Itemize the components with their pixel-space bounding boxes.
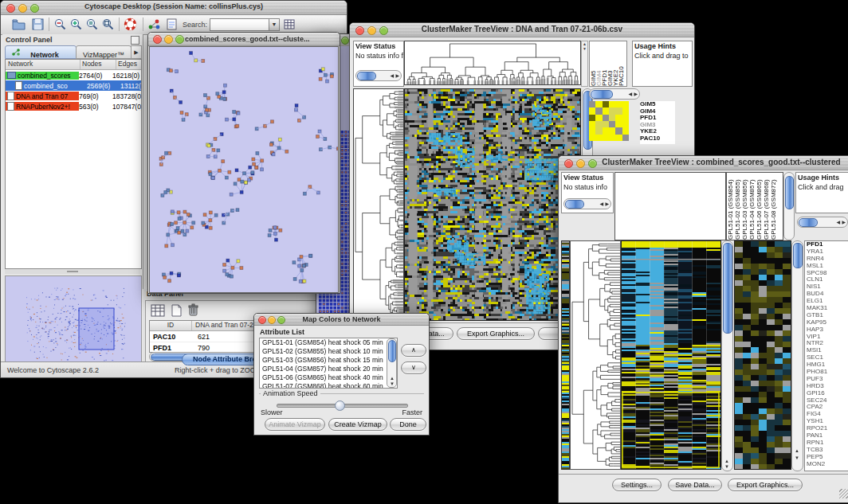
rotated-column-label[interactable]: GPL51-03 (GSM856) — [741, 173, 748, 240]
matrix-cell — [589, 107, 595, 114]
tab-network[interactable]: Network — [5, 45, 77, 59]
tv2-heatmap-canvas[interactable] — [621, 240, 721, 470]
main-titlebar[interactable]: Cytoscape Desktop (Session Name: collins… — [1, 1, 347, 15]
matrix-cell — [609, 115, 615, 121]
tv1-detail-hscrollbar[interactable]: ◀▶ — [589, 88, 640, 100]
move-up-button[interactable]: ∧ — [401, 344, 426, 357]
rotated-column-label[interactable]: GPL51-01 (GSM854) — [727, 173, 734, 240]
status-welcome: Welcome to Cytoscape 2.6.2 — [7, 366, 99, 374]
tv2-detail-heatmap-canvas[interactable] — [734, 240, 791, 470]
tv2-detail-vscrollbar[interactable]: ▲▼ — [791, 240, 803, 471]
animate-vizmap-button[interactable]: Animate Vizmap — [265, 418, 325, 431]
rotated-column-label[interactable]: GPL51-04 (GSM857) — [748, 173, 756, 240]
col-header-network[interactable]: Network — [6, 60, 80, 69]
attribute-item[interactable]: GPL51-01 (GSM854) heat shock 05 min — [260, 338, 397, 347]
close-button[interactable] — [564, 159, 573, 168]
attribute-item[interactable]: GPL51-03 (GSM856) heat shock 15 min — [260, 356, 397, 365]
slider-thumb[interactable] — [335, 400, 345, 411]
tv1-export-graphics-button[interactable]: Export Graphics... — [457, 327, 535, 340]
attribute-list-vscrollbar[interactable]: ▲▼ — [387, 338, 397, 388]
panel-splitter[interactable] — [5, 269, 140, 274]
zoom-out-icon[interactable] — [53, 18, 67, 31]
create-vizmap-button[interactable]: Create Vizmap — [328, 418, 387, 431]
help-lifesaver-icon[interactable] — [124, 18, 137, 31]
rotated-column-label[interactable]: PFD1 — [601, 41, 607, 86]
matrix-cell — [622, 135, 629, 141]
tv2-usage-hscrollbar[interactable]: ◀▶ — [797, 217, 848, 228]
search-input[interactable] — [210, 18, 270, 31]
network-view-canvas[interactable] — [149, 46, 339, 293]
attribute-item[interactable]: GPL51-07 (GSM868) heat shock 60 min — [260, 382, 397, 389]
select-attributes-icon[interactable] — [151, 304, 165, 317]
minimize-button[interactable] — [576, 159, 585, 168]
zoom-selected-icon[interactable] — [85, 18, 99, 31]
rotated-column-label[interactable]: GIM5 — [590, 41, 595, 86]
save-session-icon[interactable] — [31, 18, 45, 31]
delete-attribute-trash-icon[interactable] — [187, 303, 199, 317]
vizmapper-nodes-icon[interactable] — [147, 18, 161, 31]
done-button[interactable]: Done — [390, 418, 426, 431]
rotated-column-label[interactable]: GPL51-02 (GSM855) — [734, 173, 741, 240]
rotated-column-label[interactable]: GPL51-06 (GSM865) — [756, 173, 763, 240]
new-attribute-icon[interactable] — [170, 304, 183, 317]
tv2-save-data-button[interactable]: Save Data... — [668, 479, 722, 491]
view-status-hscrollbar[interactable]: ◀▶ — [355, 70, 402, 81]
network-row[interactable]: combined_scores2764(0)16218(0) — [6, 70, 141, 80]
float-panel-icon[interactable] — [131, 36, 139, 45]
network-row[interactable]: DNA and Tran 07769(0)183728(0) — [6, 91, 141, 101]
tv2-column-tree-area[interactable] — [614, 172, 726, 240]
treeview2-window: ClusterMaker TreeView : combined_scores_… — [558, 155, 848, 503]
matrix-cell — [622, 127, 629, 134]
annotation-icon[interactable] — [165, 18, 179, 31]
tv1-heatmap-canvas[interactable] — [404, 88, 581, 321]
matrix-row-label[interactable]: PAC10 — [640, 135, 675, 143]
minimize-button[interactable] — [164, 35, 173, 44]
attribute-item[interactable]: GPL51-02 (GSM855) heat shock 10 min — [260, 347, 397, 356]
tab-overflow-button[interactable]: ▶ — [131, 45, 142, 59]
usage-hints-title: Usage Hints — [796, 173, 848, 183]
search-dropdown-button[interactable]: ▼ — [269, 18, 280, 31]
birdseye-view-canvas[interactable] — [5, 275, 142, 363]
network-row[interactable]: RNAPuberNov2+!563(0)107847(0) — [6, 101, 141, 111]
rotated-column-label[interactable]: GIM4 — [595, 41, 601, 86]
tv1-row-dendrogram[interactable] — [353, 88, 404, 321]
tv1-detail-matrix[interactable] — [589, 101, 629, 141]
open-session-icon[interactable] — [12, 18, 26, 31]
gene-label[interactable]: MON2 — [805, 461, 848, 468]
zoom-button[interactable] — [588, 159, 597, 168]
rotated-column-label[interactable]: GIM3 — [607, 41, 612, 86]
animation-speed-slider[interactable] — [277, 404, 408, 408]
data-col-id[interactable]: ID — [150, 321, 192, 330]
rotated-column-label[interactable]: PAC10 — [618, 41, 623, 86]
rotated-column-label[interactable]: GPL51-08 (GSM872) — [770, 173, 777, 240]
zoom-in-icon[interactable] — [69, 18, 83, 31]
tab-vizmapper[interactable]: VizMapper™ — [76, 45, 132, 59]
network-row[interactable]: combined_sco2569(6)13112(15) — [6, 80, 141, 91]
tv2-settings-button[interactable]: Settings... — [612, 479, 662, 491]
attribute-item[interactable]: GPL51-06 (GSM865) heat shock 40 min — [260, 373, 397, 382]
move-down-button[interactable]: ∨ — [401, 361, 426, 374]
col-header-edges[interactable]: Edges — [116, 60, 141, 69]
col-header-nodes[interactable]: Nodes — [80, 60, 116, 69]
matrix-cell — [615, 115, 622, 121]
tv2-row-dendrogram[interactable] — [570, 240, 621, 470]
rotated-column-label[interactable]: YKE2 — [612, 41, 618, 86]
attribute-item[interactable]: GPL51-04 (GSM857) heat shock 20 min — [260, 365, 397, 373]
matrix-cell — [595, 121, 602, 127]
attribute-browser-icon[interactable] — [283, 18, 296, 31]
slower-label: Slower — [261, 408, 283, 417]
resize-grip[interactable] — [839, 489, 848, 498]
tv2-collabel-vscrollbar[interactable] — [783, 172, 795, 240]
tv1-col-mini-scroll[interactable]: ▲▼ — [581, 41, 588, 87]
tv1-column-dendrogram[interactable] — [404, 41, 581, 85]
tv2-global-strip-canvas[interactable] — [561, 240, 570, 470]
view-status-hscrollbar[interactable]: ◀▶ — [563, 198, 611, 209]
tv2-export-graphics-button[interactable]: Export Graphics... — [728, 479, 803, 491]
tv2-heatmap-vscrollbar[interactable]: ▲▼ — [721, 240, 733, 471]
zoom-fit-icon[interactable] — [101, 18, 115, 31]
rotated-column-label[interactable]: GPL51-07 (GSM868) — [763, 173, 770, 240]
zoom-button[interactable] — [175, 35, 184, 44]
zoom-button[interactable] — [341, 37, 349, 45]
matrix-cell — [615, 101, 622, 107]
close-button[interactable] — [153, 35, 162, 44]
